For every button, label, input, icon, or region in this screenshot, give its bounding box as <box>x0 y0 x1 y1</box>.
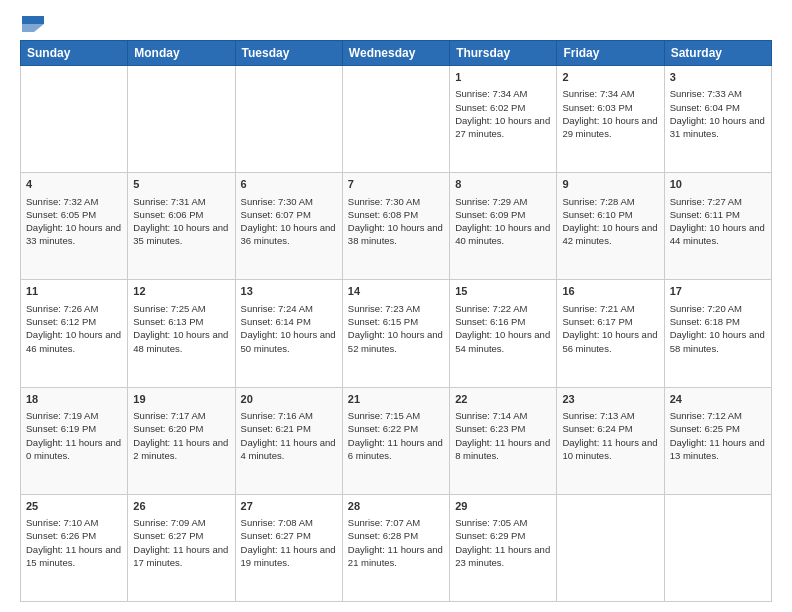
sunset-text: Sunset: 6:04 PM <box>670 101 766 114</box>
sunrise-text: Sunrise: 7:24 AM <box>241 302 337 315</box>
sunset-text: Sunset: 6:14 PM <box>241 315 337 328</box>
sunrise-text: Sunrise: 7:32 AM <box>26 195 122 208</box>
sunrise-text: Sunrise: 7:08 AM <box>241 516 337 529</box>
sunset-text: Sunset: 6:02 PM <box>455 101 551 114</box>
day-number: 1 <box>455 70 551 85</box>
daylight-text: Daylight: 10 hours and 38 minutes. <box>348 221 444 248</box>
daylight-text: Daylight: 10 hours and 29 minutes. <box>562 114 658 141</box>
calendar-week-row: 18Sunrise: 7:19 AMSunset: 6:19 PMDayligh… <box>21 387 772 494</box>
day-number: 24 <box>670 392 766 407</box>
sunrise-text: Sunrise: 7:12 AM <box>670 409 766 422</box>
calendar-cell: 3Sunrise: 7:33 AMSunset: 6:04 PMDaylight… <box>664 66 771 173</box>
svg-marker-0 <box>22 16 44 24</box>
sunrise-text: Sunrise: 7:20 AM <box>670 302 766 315</box>
sunrise-text: Sunrise: 7:31 AM <box>133 195 229 208</box>
daylight-text: Daylight: 11 hours and 8 minutes. <box>455 436 551 463</box>
calendar-week-row: 4Sunrise: 7:32 AMSunset: 6:05 PMDaylight… <box>21 173 772 280</box>
calendar-cell: 11Sunrise: 7:26 AMSunset: 6:12 PMDayligh… <box>21 280 128 387</box>
day-number: 25 <box>26 499 122 514</box>
calendar-cell: 26Sunrise: 7:09 AMSunset: 6:27 PMDayligh… <box>128 494 235 601</box>
sunset-text: Sunset: 6:25 PM <box>670 422 766 435</box>
day-number: 23 <box>562 392 658 407</box>
sunrise-text: Sunrise: 7:21 AM <box>562 302 658 315</box>
day-number: 11 <box>26 284 122 299</box>
sunrise-text: Sunrise: 7:22 AM <box>455 302 551 315</box>
sunset-text: Sunset: 6:20 PM <box>133 422 229 435</box>
daylight-text: Daylight: 10 hours and 35 minutes. <box>133 221 229 248</box>
daylight-text: Daylight: 10 hours and 27 minutes. <box>455 114 551 141</box>
sunset-text: Sunset: 6:15 PM <box>348 315 444 328</box>
calendar-week-row: 1Sunrise: 7:34 AMSunset: 6:02 PMDaylight… <box>21 66 772 173</box>
sunset-text: Sunset: 6:09 PM <box>455 208 551 221</box>
sunrise-text: Sunrise: 7:27 AM <box>670 195 766 208</box>
page: SundayMondayTuesdayWednesdayThursdayFrid… <box>0 0 792 612</box>
day-number: 7 <box>348 177 444 192</box>
sunset-text: Sunset: 6:10 PM <box>562 208 658 221</box>
sunset-text: Sunset: 6:18 PM <box>670 315 766 328</box>
daylight-text: Daylight: 11 hours and 15 minutes. <box>26 543 122 570</box>
sunset-text: Sunset: 6:29 PM <box>455 529 551 542</box>
calendar-cell: 8Sunrise: 7:29 AMSunset: 6:09 PMDaylight… <box>450 173 557 280</box>
day-number: 9 <box>562 177 658 192</box>
day-number: 8 <box>455 177 551 192</box>
daylight-text: Daylight: 10 hours and 54 minutes. <box>455 328 551 355</box>
sunrise-text: Sunrise: 7:23 AM <box>348 302 444 315</box>
calendar-cell: 23Sunrise: 7:13 AMSunset: 6:24 PMDayligh… <box>557 387 664 494</box>
day-number: 15 <box>455 284 551 299</box>
day-number: 19 <box>133 392 229 407</box>
day-number: 29 <box>455 499 551 514</box>
daylight-text: Daylight: 10 hours and 31 minutes. <box>670 114 766 141</box>
calendar-table: SundayMondayTuesdayWednesdayThursdayFrid… <box>20 40 772 602</box>
day-number: 28 <box>348 499 444 514</box>
sunset-text: Sunset: 6:17 PM <box>562 315 658 328</box>
sunrise-text: Sunrise: 7:14 AM <box>455 409 551 422</box>
day-of-week-header: Sunday <box>21 41 128 66</box>
sunset-text: Sunset: 6:23 PM <box>455 422 551 435</box>
daylight-text: Daylight: 10 hours and 56 minutes. <box>562 328 658 355</box>
sunrise-text: Sunrise: 7:29 AM <box>455 195 551 208</box>
sunset-text: Sunset: 6:19 PM <box>26 422 122 435</box>
calendar-cell: 5Sunrise: 7:31 AMSunset: 6:06 PMDaylight… <box>128 173 235 280</box>
calendar-cell: 14Sunrise: 7:23 AMSunset: 6:15 PMDayligh… <box>342 280 449 387</box>
sunrise-text: Sunrise: 7:09 AM <box>133 516 229 529</box>
sunset-text: Sunset: 6:03 PM <box>562 101 658 114</box>
calendar-week-row: 25Sunrise: 7:10 AMSunset: 6:26 PMDayligh… <box>21 494 772 601</box>
daylight-text: Daylight: 10 hours and 50 minutes. <box>241 328 337 355</box>
day-number: 13 <box>241 284 337 299</box>
calendar-cell <box>235 66 342 173</box>
day-number: 17 <box>670 284 766 299</box>
sunrise-text: Sunrise: 7:17 AM <box>133 409 229 422</box>
daylight-text: Daylight: 11 hours and 17 minutes. <box>133 543 229 570</box>
calendar-cell: 20Sunrise: 7:16 AMSunset: 6:21 PMDayligh… <box>235 387 342 494</box>
calendar-cell: 29Sunrise: 7:05 AMSunset: 6:29 PMDayligh… <box>450 494 557 601</box>
day-number: 22 <box>455 392 551 407</box>
daylight-text: Daylight: 10 hours and 46 minutes. <box>26 328 122 355</box>
day-number: 26 <box>133 499 229 514</box>
sunset-text: Sunset: 6:08 PM <box>348 208 444 221</box>
day-number: 18 <box>26 392 122 407</box>
calendar-cell: 9Sunrise: 7:28 AMSunset: 6:10 PMDaylight… <box>557 173 664 280</box>
day-of-week-header: Monday <box>128 41 235 66</box>
sunrise-text: Sunrise: 7:10 AM <box>26 516 122 529</box>
sunset-text: Sunset: 6:27 PM <box>133 529 229 542</box>
calendar-cell: 12Sunrise: 7:25 AMSunset: 6:13 PMDayligh… <box>128 280 235 387</box>
calendar-cell: 28Sunrise: 7:07 AMSunset: 6:28 PMDayligh… <box>342 494 449 601</box>
sunrise-text: Sunrise: 7:26 AM <box>26 302 122 315</box>
sunrise-text: Sunrise: 7:34 AM <box>562 87 658 100</box>
day-number: 10 <box>670 177 766 192</box>
calendar-cell: 25Sunrise: 7:10 AMSunset: 6:26 PMDayligh… <box>21 494 128 601</box>
sunrise-text: Sunrise: 7:28 AM <box>562 195 658 208</box>
day-number: 12 <box>133 284 229 299</box>
calendar-cell: 13Sunrise: 7:24 AMSunset: 6:14 PMDayligh… <box>235 280 342 387</box>
daylight-text: Daylight: 11 hours and 13 minutes. <box>670 436 766 463</box>
calendar-cell: 22Sunrise: 7:14 AMSunset: 6:23 PMDayligh… <box>450 387 557 494</box>
sunrise-text: Sunrise: 7:33 AM <box>670 87 766 100</box>
calendar-cell <box>664 494 771 601</box>
sunset-text: Sunset: 6:05 PM <box>26 208 122 221</box>
sunrise-text: Sunrise: 7:13 AM <box>562 409 658 422</box>
calendar-cell: 16Sunrise: 7:21 AMSunset: 6:17 PMDayligh… <box>557 280 664 387</box>
sunset-text: Sunset: 6:26 PM <box>26 529 122 542</box>
daylight-text: Daylight: 10 hours and 52 minutes. <box>348 328 444 355</box>
svg-marker-1 <box>22 24 44 32</box>
day-number: 27 <box>241 499 337 514</box>
